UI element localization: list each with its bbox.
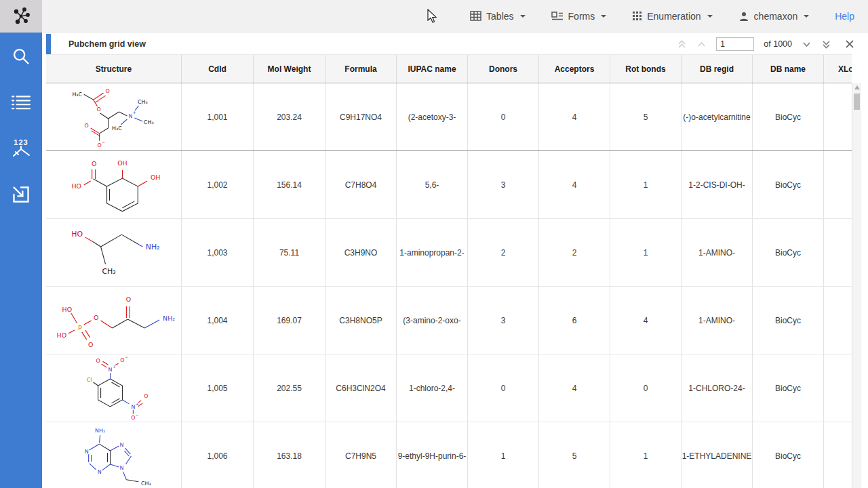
column-header-db-regid[interactable]: DB regid (682, 55, 753, 83)
column-header-iupac[interactable]: IUPAC name (397, 55, 468, 83)
svg-text:−: − (102, 140, 105, 144)
acceptors-cell: 4 (539, 151, 610, 218)
table-grid-icon (470, 11, 481, 21)
column-header-mol-weight[interactable]: Mol Weight (254, 55, 326, 83)
svg-text:HO: HO (62, 306, 73, 313)
iupac-cell: 1-chloro-2,4- (397, 354, 468, 422)
column-header-cdid[interactable]: CdId (182, 55, 254, 83)
help-link[interactable]: Help (835, 11, 854, 22)
svg-text:NH₂: NH₂ (95, 428, 105, 434)
chevron-double-down-icon (821, 39, 831, 49)
donors-cell: 0 (468, 83, 539, 150)
xlogp-cell (824, 151, 852, 218)
cdid-cell: 1,005 (182, 354, 254, 422)
iupac-cell: 9-ethyl-9H-purin-6- (397, 422, 468, 488)
chevron-down-icon (601, 15, 606, 18)
svg-text:N: N (98, 468, 102, 474)
donors-cell: 3 (468, 287, 539, 354)
svg-text:+: + (113, 364, 116, 369)
column-header-db-name[interactable]: DB name (753, 55, 824, 83)
scrollbar-thumb[interactable] (854, 94, 860, 110)
acceptors-cell: 6 (539, 287, 610, 354)
column-header-acceptors[interactable]: Acceptors (539, 55, 610, 83)
topbar: Tables Forms Enumeration chemaxon Help (42, 0, 868, 33)
sidebar-item-search[interactable] (9, 45, 33, 68)
enumeration-123-label: 123 (14, 139, 28, 146)
last-page-button[interactable] (821, 39, 831, 49)
column-header-rot-bonds[interactable]: Rot bonds (610, 55, 682, 83)
donors-cell: 1 (468, 422, 539, 488)
xlogp-cell (824, 219, 852, 286)
chevron-down-icon (520, 15, 526, 18)
column-header-formula[interactable]: Formula (326, 55, 397, 83)
panel-accent-bar (46, 34, 51, 54)
dots-grid-icon (632, 11, 642, 21)
table-row[interactable]: H₃C O O N+ CH₃ CH₃ H₃C O O− 1,001 203.24… (46, 83, 852, 151)
app-logo[interactable] (0, 0, 42, 33)
donors-cell: 0 (468, 354, 539, 422)
svg-text:N: N (119, 464, 123, 470)
sidebar-item-grid-views[interactable] (9, 91, 33, 114)
form-icon (551, 12, 564, 21)
svg-text:O: O (120, 357, 124, 363)
table-row[interactable]: HO HO P O O O NH₂ 1,004 169.07 C3H8NO5P … (46, 287, 852, 354)
sidebar-item-export[interactable] (9, 183, 33, 206)
acceptors-cell: 5 (539, 422, 610, 488)
table-row[interactable]: Cl N+ O O− N+ O O− 1,005 202.55 C6H3ClN2… (46, 354, 852, 422)
menu-forms[interactable]: Forms (551, 11, 607, 22)
close-panel-button[interactable] (845, 39, 854, 49)
svg-text:HO: HO (72, 182, 82, 189)
formula-cell: C6H3ClN2O4 (326, 354, 397, 422)
svg-text:N: N (131, 403, 135, 409)
export-icon (12, 185, 31, 204)
formula-cell: C7H9N5 (326, 422, 397, 488)
chevron-double-up-icon (677, 39, 687, 49)
svg-text:O: O (97, 142, 101, 148)
mol-weight-cell: 163.18 (254, 422, 326, 488)
db-name-cell: BioCyc (753, 83, 824, 150)
column-header-xlogp[interactable]: XLogP (824, 55, 852, 83)
table-row[interactable]: NH₂ N N N N CH₃ 1,006 163.18 C7H9N5 9-et… (46, 422, 852, 488)
scroll-up-arrow-icon[interactable] (854, 85, 860, 89)
grid-list-icon (12, 94, 31, 110)
structure-cell: HO NH₂ CH₃ (46, 219, 182, 286)
column-header-structure[interactable]: Structure (46, 55, 182, 83)
menu-tables[interactable]: Tables (470, 11, 525, 22)
svg-text:O: O (105, 88, 109, 94)
vertical-scrollbar[interactable] (852, 83, 861, 488)
structure-cell: O OH OH HO (46, 151, 182, 218)
db-regid-cell: 1-AMINO- (682, 287, 753, 354)
menu-user-chemaxon[interactable]: chemaxon (738, 11, 810, 22)
page-number-input[interactable] (716, 37, 754, 51)
db-name-cell: BioCyc (753, 422, 824, 488)
svg-text:CH₃: CH₃ (144, 119, 154, 125)
cdid-cell: 1,003 (182, 219, 254, 286)
db-name-cell: BioCyc (753, 354, 824, 422)
first-page-button[interactable] (677, 39, 687, 49)
svg-text:O: O (131, 414, 135, 420)
next-page-button[interactable] (802, 39, 812, 49)
sidebar-item-enumeration[interactable]: 123 (9, 137, 33, 160)
donors-cell: 3 (468, 151, 539, 218)
enumeration-molecule-icon (11, 146, 31, 158)
svg-text:O: O (96, 358, 100, 364)
cdid-cell: 1,002 (182, 151, 254, 218)
menu-enumeration[interactable]: Enumeration (632, 11, 712, 22)
svg-text:HO: HO (57, 331, 67, 338)
user-icon (738, 11, 749, 22)
acceptors-cell: 4 (539, 83, 610, 150)
structure-aminopropanol: HO NH₂ CH₃ (46, 219, 181, 286)
table-row[interactable]: HO NH₂ CH₃ 1,003 75.11 C3H9NO 1-aminopro… (46, 219, 852, 287)
svg-text:O: O (88, 340, 93, 348)
table-row[interactable]: O OH OH HO 1,002 156.14 C7H8O4 5,6- 3 4 … (46, 151, 852, 219)
column-header-donors[interactable]: Donors (468, 55, 539, 83)
previous-page-button[interactable] (696, 39, 707, 49)
menu-forms-label: Forms (568, 11, 595, 22)
cdid-cell: 1,001 (182, 83, 254, 150)
svg-text:OH: OH (151, 174, 161, 181)
structure-dihydroxy-acid: O OH OH HO (46, 151, 181, 218)
mol-weight-cell: 169.07 (254, 287, 326, 354)
svg-text:O: O (96, 106, 100, 113)
xlogp-cell (824, 83, 852, 150)
chemaxon-logo-icon (11, 6, 31, 26)
